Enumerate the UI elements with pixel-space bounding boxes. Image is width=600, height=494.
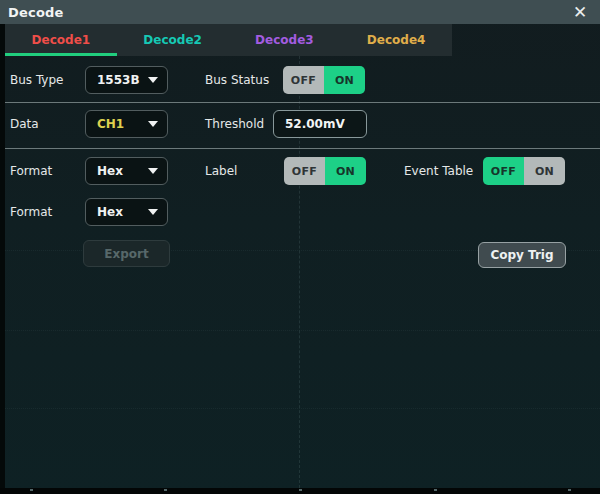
event-table-on[interactable]: ON <box>524 157 565 185</box>
screen-edge-bottom <box>0 488 600 494</box>
data-source-dropdown[interactable]: CH1 <box>85 110 168 138</box>
separator <box>5 148 600 149</box>
tab-decode2[interactable]: Decode2 <box>117 24 229 56</box>
threshold-input[interactable]: 52.00mV <box>273 110 367 138</box>
bus-type-label: Bus Type <box>10 66 63 94</box>
data-label: Data <box>10 110 39 138</box>
bus-status-toggle[interactable]: OFF ON <box>283 66 365 94</box>
label-on[interactable]: ON <box>325 157 366 185</box>
graticule-line <box>0 330 600 331</box>
copy-trig-button[interactable]: Copy Trig <box>478 242 566 268</box>
label-toggle[interactable]: OFF ON <box>284 157 366 185</box>
bus-type-dropdown[interactable]: 1553B <box>85 66 168 94</box>
event-table-toggle[interactable]: OFF ON <box>483 157 565 185</box>
decode-tab-strip: Decode1 Decode2 Decode3 Decode4 <box>5 24 452 56</box>
titlebar: Decode ✕ <box>0 0 600 24</box>
tab-decode1[interactable]: Decode1 <box>5 24 117 56</box>
chevron-down-icon <box>148 168 158 174</box>
event-table-off[interactable]: OFF <box>483 157 524 185</box>
tab-decode4[interactable]: Decode4 <box>340 24 452 56</box>
bus-status-off[interactable]: OFF <box>283 66 324 94</box>
screen-edge-left <box>0 24 5 488</box>
format-dropdown[interactable]: Hex <box>85 157 168 185</box>
export-button[interactable]: Export <box>83 240 170 267</box>
bus-status-on[interactable]: ON <box>324 66 365 94</box>
separator <box>5 102 600 103</box>
format-label: Format <box>10 157 52 185</box>
label-toggle-label: Label <box>205 157 237 185</box>
chevron-down-icon <box>148 121 158 127</box>
graticule-line <box>0 408 600 409</box>
format2-label: Format <box>10 198 52 226</box>
event-table-label: Event Table <box>404 157 473 185</box>
tab-decode3[interactable]: Decode3 <box>229 24 341 56</box>
close-icon[interactable]: ✕ <box>568 0 592 24</box>
bus-status-label: Bus Status <box>205 66 269 94</box>
label-off[interactable]: OFF <box>284 157 325 185</box>
decode-dialog: Decode ✕ Decode1 Decode2 Decode3 Decode4… <box>0 0 600 494</box>
chevron-down-icon <box>148 77 158 83</box>
threshold-label: Threshold <box>205 110 264 138</box>
chevron-down-icon <box>148 209 158 215</box>
dialog-title: Decode <box>8 5 64 20</box>
format2-dropdown[interactable]: Hex <box>85 198 168 226</box>
